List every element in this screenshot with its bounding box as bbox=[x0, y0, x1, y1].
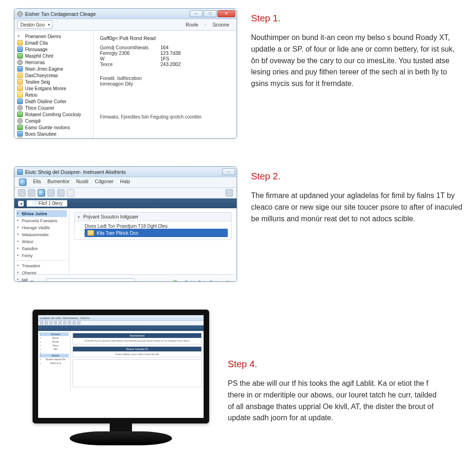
selected-item[interactable]: Kits Toer Plirick Oco bbox=[85, 229, 228, 237]
group-heading[interactable]: Pnjvant Souutcn Inilgsaer bbox=[74, 212, 231, 221]
menu-item[interactable]: Halp bbox=[120, 178, 130, 186]
sidebar-item[interactable]: Bhise Juitre bbox=[16, 210, 67, 217]
tree-item[interactable]: Rotaeel Comihng Coocksiy bbox=[16, 111, 91, 118]
sidebar-item[interactable]: Feiny bbox=[16, 252, 67, 259]
details-link[interactable]: Dukin Falte Relr.. bbox=[185, 280, 221, 282]
step4-body: PS the abe will our tf his tooks the agi… bbox=[228, 378, 442, 424]
titlebar: Eisher Tan Cedagenact Cleage – □ ✕ bbox=[14, 9, 237, 19]
app-icon bbox=[17, 169, 23, 175]
tree-item[interactable]: Retoo bbox=[16, 92, 91, 98]
menu-item[interactable]: Cdgoner bbox=[95, 178, 113, 186]
format-combo[interactable] bbox=[46, 278, 135, 282]
nav-back-icon[interactable]: ◂ bbox=[18, 201, 24, 206]
na-label: Nn bbox=[226, 280, 232, 282]
info-subline: Iorreoagon Dily bbox=[100, 81, 230, 86]
step4-heading: Step 4. bbox=[228, 359, 442, 370]
group-box: Pnjvant Souutcn Inilgsaer Dives Ladt Ton… bbox=[74, 212, 232, 240]
sidebar-item[interactable]: Ohennr bbox=[16, 269, 67, 276]
maximize-button[interactable]: □ bbox=[204, 10, 217, 17]
breadcrumb[interactable]: 📄 Filcf 1 0tery bbox=[26, 200, 67, 207]
tree-item[interactable]: Masphil Chint bbox=[16, 53, 91, 59]
sidebar-item[interactable]: Tneastinr bbox=[16, 262, 67, 269]
menu-item[interactable]: Sconne bbox=[212, 22, 229, 27]
sidebar-item[interactable]: Hsesge Vadils bbox=[16, 224, 67, 231]
toolbar bbox=[14, 188, 237, 198]
tool-icon[interactable] bbox=[47, 189, 55, 197]
tree-item[interactable]: Niwn Jrreo Eagine bbox=[16, 66, 91, 72]
check-icon bbox=[172, 280, 178, 282]
monitor-brand: DisbinX bbox=[33, 414, 209, 419]
tree-item[interactable]: Comipli bbox=[16, 118, 91, 124]
tree-item[interactable]: Use Eotgans Monre bbox=[16, 85, 91, 92]
minimize-button[interactable]: – bbox=[222, 168, 235, 175]
sidebar-item[interactable]: Pusronis Foesans bbox=[16, 217, 67, 224]
folder-icon bbox=[87, 230, 94, 236]
window-title: Eiutc Shoig del Dusiprer- Inetruwnt Alis… bbox=[25, 169, 220, 175]
menu-item[interactable]: Nusiti bbox=[76, 178, 88, 186]
window-title: Eisher Tan Cedagenact Cleage bbox=[25, 11, 187, 17]
tree-item[interactable]: Emadl Cita bbox=[16, 40, 91, 46]
device-combo[interactable]: Deskin Goo bbox=[17, 20, 53, 29]
menubar: Elis Bumentior Nusiti Cdgoner Halp bbox=[14, 177, 237, 188]
menu-item[interactable]: Elis bbox=[33, 178, 41, 186]
tree-item[interactable]: Thice Cousrer bbox=[16, 105, 91, 111]
tree-item[interactable]: Tesilee Seig bbox=[16, 79, 91, 85]
search-icon[interactable] bbox=[67, 189, 74, 197]
step1-body: Nouthimper on bund it-an ceon my belso s… bbox=[251, 32, 465, 90]
info-footer: Fimwaks, Fpredites foin Feguting qootch … bbox=[100, 114, 230, 119]
sidebar-item[interactable]: Sasidire bbox=[16, 245, 67, 252]
tree-item[interactable]: DasChseycreas bbox=[16, 72, 91, 79]
globe-icon[interactable] bbox=[19, 178, 26, 186]
main-panel: Pnjvant Souutcn Inilgsaer Dives Ladt Ton… bbox=[69, 208, 237, 274]
tool-icon[interactable] bbox=[28, 189, 35, 197]
tool-icon[interactable] bbox=[57, 189, 65, 197]
app-icon bbox=[17, 11, 23, 17]
titlebar: Eiutc Shoig del Dusiprer- Inetruwnt Alis… bbox=[14, 167, 237, 177]
info-panel: Gsff0g< Putt Rond Read Gomdj Conoomthiea… bbox=[93, 31, 237, 139]
sidebar: Bhise Juitre Pusronis Foesans Hsesge Vad… bbox=[14, 208, 69, 274]
menu-item[interactable]: Rovle bbox=[186, 22, 198, 27]
step1-window: Eisher Tan Cedagenact Cleage – □ ✕ Deski… bbox=[14, 8, 237, 139]
sidebar-item[interactable]: Wstor bbox=[16, 238, 67, 245]
info-subhead: Fonstil. Isdhircstion bbox=[100, 75, 230, 81]
tree-panel: Pnenanen Dienrs Emadl Cita Fbrouaage Mas… bbox=[14, 31, 93, 139]
sidebar-item[interactable]: Waausnresite bbox=[16, 231, 67, 238]
tree-item[interactable]: Eusth Camokinis bbox=[16, 137, 91, 139]
monitor-illustration: Losatom an crart i Sommauros - Diurrns S… bbox=[33, 310, 209, 445]
tree-item[interactable]: Diath Oisiline Corler bbox=[16, 98, 91, 105]
menu-item[interactable]: Bumentior bbox=[47, 178, 70, 186]
info-heading: Gsff0g< Putt Rond Read bbox=[100, 35, 230, 41]
nav-back-icon[interactable] bbox=[225, 189, 233, 197]
step2-heading: Step 2. bbox=[251, 171, 465, 182]
step2-window: Eiutc Shoig del Dusiprer- Inetruwnt Alis… bbox=[14, 166, 237, 282]
tree-item[interactable]: Eamo Gumte nvolons bbox=[16, 124, 91, 131]
group-subline: Dives Ladt Ton Praedjurn T18 Dghl Oles bbox=[85, 224, 228, 229]
globe-icon[interactable] bbox=[38, 189, 45, 197]
step1-heading: Step 1. bbox=[251, 13, 465, 24]
tree-item[interactable]: Herrorras bbox=[16, 59, 91, 66]
tree-item[interactable]: Boes Slanutiee bbox=[16, 131, 91, 137]
location-bar: ◂ 📄 Filcf 1 0tery bbox=[14, 198, 237, 208]
tree-item[interactable]: Fbrouaage bbox=[16, 46, 91, 53]
tree-item[interactable]: Pnenanen Dienrs bbox=[16, 33, 91, 40]
tool-icon[interactable] bbox=[18, 189, 26, 197]
step2-body: The firmare at updaned your agladelas fo… bbox=[251, 190, 465, 225]
minimize-button[interactable]: – bbox=[190, 10, 203, 17]
close-button[interactable]: ✕ bbox=[218, 10, 235, 17]
